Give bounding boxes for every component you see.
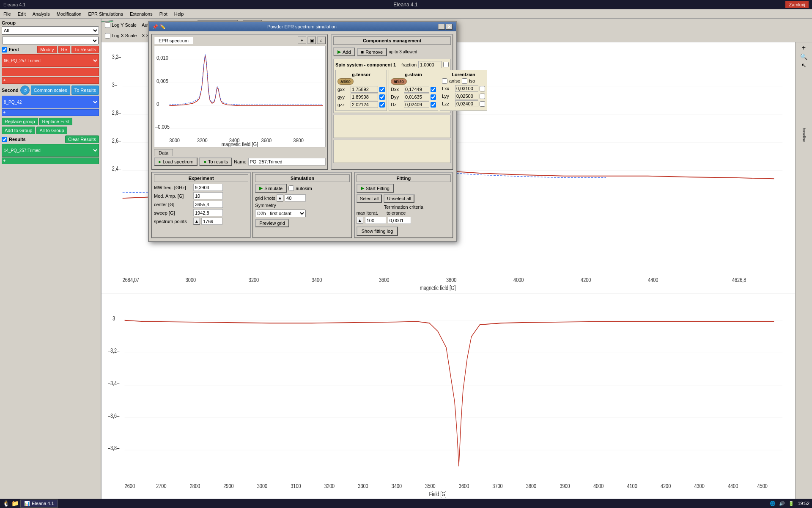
to-results2-button[interactable]: To Results: [71, 86, 99, 95]
dzz-input[interactable]: [404, 101, 429, 108]
dialog-close-button[interactable]: ✕: [446, 24, 453, 30]
menu-extensions[interactable]: Extensions: [126, 11, 156, 17]
cursor-icon[interactable]: ↖: [801, 62, 807, 69]
spectrum-points-dec[interactable]: ▲: [193, 218, 200, 225]
dyy-checkbox[interactable]: [431, 94, 436, 100]
fraction-input[interactable]: [418, 61, 442, 68]
menu-analysis[interactable]: Analysis: [29, 11, 53, 17]
dyy-input[interactable]: [404, 94, 429, 100]
to-results-button[interactable]: To Results: [71, 46, 99, 53]
g-strain-col: g-strain aniso Dxx Dyy: [389, 70, 438, 111]
replace-group-button[interactable]: Replace group: [2, 118, 38, 125]
results-spectrum-add: +: [2, 157, 99, 164]
select-all-button[interactable]: Select all: [357, 194, 382, 203]
log-x-scale-checkbox[interactable]: [105, 33, 110, 39]
svg-text:4400: 4400: [648, 276, 658, 283]
epr-chart-svg: 0,010 0,005 0 –0,005: [154, 46, 325, 147]
lzz-input[interactable]: [455, 100, 478, 107]
dialog-minimize-button[interactable]: _: [438, 24, 445, 30]
menu-epr-simulations[interactable]: EPR Simulations: [85, 11, 126, 17]
g-strain-aniso-toggle[interactable]: aniso: [391, 78, 407, 85]
gxx-checkbox[interactable]: [379, 87, 385, 92]
unselect-all-button[interactable]: Unselect all: [384, 194, 414, 203]
all-to-group-button[interactable]: All to Group: [36, 127, 67, 134]
menu-plot[interactable]: Plot: [156, 11, 171, 17]
clear-results-button[interactable]: Clear Results: [65, 135, 99, 143]
results-spectrum-select[interactable]: ▼: [90, 144, 99, 156]
lzz-checkbox[interactable]: [480, 101, 485, 107]
epr-spectrum-tab[interactable]: EPR spectrum: [154, 37, 193, 44]
fraction-checkbox[interactable]: [443, 62, 449, 67]
action-buttons-row2: Add to Group All to Group: [2, 127, 99, 134]
group-select[interactable]: All: [2, 26, 99, 35]
common-scales-button[interactable]: Common scales: [31, 86, 70, 95]
results-checkbox[interactable]: [2, 137, 7, 142]
name-input[interactable]: [248, 158, 326, 166]
replace-first-button[interactable]: Replace First: [39, 118, 73, 125]
spectrum-points-input[interactable]: [201, 218, 222, 225]
lyy-checkbox[interactable]: [480, 94, 485, 99]
experiment-title-bar: Experiment: [154, 174, 248, 182]
gyy-checkbox[interactable]: [379, 94, 385, 100]
data-tab[interactable]: Data: [154, 149, 173, 156]
dxx-checkbox[interactable]: [431, 87, 436, 92]
re-button[interactable]: Re: [58, 46, 70, 53]
to-results-dialog-button[interactable]: ● To results: [199, 157, 232, 166]
gyy-input[interactable]: [351, 94, 378, 100]
tolerance-header: tolerance: [387, 210, 406, 215]
show-fitting-log-button[interactable]: Show fitting log: [357, 226, 398, 236]
home-icon[interactable]: ⌂: [317, 36, 326, 44]
group-dropdown-row: All: [2, 26, 99, 35]
add-component-button[interactable]: ▶ Add: [333, 47, 355, 56]
gzz-input[interactable]: [351, 101, 378, 108]
files-icon[interactable]: 📁: [11, 500, 19, 507]
lorentzian-aniso-checkbox[interactable]: [442, 78, 447, 84]
close-button[interactable]: Zamknij: [785, 1, 809, 8]
menu-modification[interactable]: Modification: [53, 11, 85, 17]
remove-component-button[interactable]: ■ Remove: [357, 48, 387, 56]
lxx-input[interactable]: [455, 85, 478, 92]
menu-edit[interactable]: Edit: [14, 11, 29, 17]
group-secondary-select[interactable]: [2, 37, 99, 44]
refresh-button[interactable]: ↺: [20, 86, 30, 95]
lxx-checkbox[interactable]: [480, 86, 485, 91]
preview-grid-button[interactable]: Preview grid: [255, 219, 289, 227]
max-iter-header: max iterat.: [357, 210, 378, 215]
dxx-input[interactable]: [404, 86, 429, 93]
grid-knots-input[interactable]: [285, 194, 306, 202]
first-spectrum-select[interactable]: ▼: [90, 55, 99, 66]
symmetry-select[interactable]: D2h - first octant: [255, 210, 306, 217]
load-spectrum-button[interactable]: ● Load spectrum: [154, 157, 198, 166]
tolerance-input[interactable]: [388, 217, 411, 224]
max-iter-dec[interactable]: ▲: [357, 217, 363, 224]
menu-help[interactable]: Help: [171, 11, 187, 17]
add-to-group-button[interactable]: Add to Group: [2, 127, 35, 134]
start-fitting-button[interactable]: ▶ Start Fitting: [357, 184, 394, 193]
taskbar-app[interactable]: 📊 Eleana 4.1: [20, 500, 58, 508]
autosim-checkbox[interactable]: [288, 185, 294, 191]
max-iter-input[interactable]: [365, 217, 386, 224]
mod-amp-input[interactable]: [193, 192, 223, 199]
magnify-icon[interactable]: 🔍: [800, 53, 807, 60]
svg-text:3800: 3800: [446, 276, 456, 283]
lyy-input[interactable]: [455, 93, 478, 99]
components-title: Components management: [363, 38, 421, 43]
modify-button[interactable]: Modify: [37, 46, 57, 53]
start-icon[interactable]: 🐧: [3, 500, 10, 507]
lorentzian-iso-checkbox[interactable]: [462, 78, 467, 84]
gzz-checkbox[interactable]: [379, 102, 385, 108]
first-checkbox[interactable]: [2, 47, 7, 52]
grid-knots-dec[interactable]: ▲: [277, 194, 283, 202]
sweep-input[interactable]: [193, 209, 223, 216]
dzz-checkbox[interactable]: [431, 102, 436, 108]
mw-freq-input[interactable]: [193, 184, 223, 191]
menu-file[interactable]: File: [0, 11, 14, 17]
zoom-in-icon[interactable]: +: [298, 36, 306, 44]
second-spectrum-select[interactable]: ▼: [90, 96, 99, 108]
frame-icon[interactable]: ▣: [307, 36, 316, 44]
g-tensor-aniso-toggle[interactable]: aniso: [337, 78, 354, 85]
simulate-button[interactable]: ▶ Simulate: [255, 184, 287, 193]
center-input[interactable]: [193, 201, 223, 208]
gxx-input[interactable]: [351, 86, 378, 93]
plus-icon[interactable]: +: [802, 44, 806, 52]
